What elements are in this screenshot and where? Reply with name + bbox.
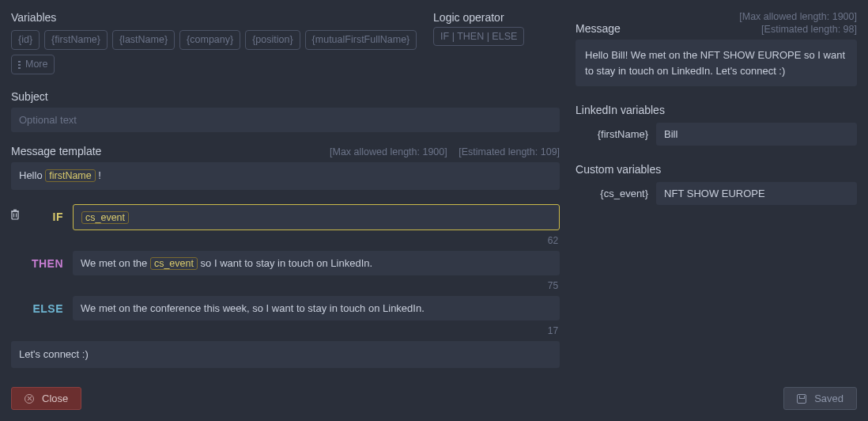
else-char-count: 17 — [11, 324, 560, 341]
saved-button-label: Saved — [814, 393, 843, 404]
linkedin-var-value[interactable]: Bill — [656, 123, 857, 146]
template-closing-line[interactable]: Let's connect :) — [11, 341, 560, 368]
more-dots-icon — [18, 60, 21, 70]
linkedin-var-row: {firstName} Bill — [576, 123, 857, 146]
custom-vars-label: Custom variables — [576, 163, 857, 176]
logic-operator-chip[interactable]: IF | THEN | ELSE — [433, 27, 524, 46]
var-chip-lastname[interactable]: {lastName} — [112, 30, 175, 50]
if-condition-input[interactable]: cs_event — [73, 204, 560, 230]
else-content-input[interactable]: We met on the conference this week, so I… — [73, 296, 560, 320]
preview-est-length: [Estimated length: 98] — [761, 24, 857, 35]
svg-rect-0 — [12, 211, 18, 219]
template-greeting-line[interactable]: Hello firstName ! — [11, 162, 560, 190]
linkedin-vars-label: LinkedIn variables — [576, 104, 857, 116]
var-chip-id[interactable]: {id} — [11, 30, 40, 50]
then-label: THEN — [11, 251, 63, 275]
more-label: More — [25, 59, 47, 70]
close-icon — [25, 394, 34, 404]
subject-label: Subject — [11, 90, 48, 103]
var-chip-position[interactable]: {position} — [245, 30, 300, 50]
preview-message-box: Hello Bill! We met on the NFT SHOW EUROP… — [576, 40, 857, 86]
then-var-token[interactable]: cs_event — [150, 257, 198, 270]
closing-text: Let's connect :) — [19, 348, 89, 360]
template-est-length: [Estimated length: 109] — [459, 146, 560, 157]
then-suffix: so I want to stay in touch on LinkedIn. — [198, 257, 372, 269]
then-char-count: 75 — [11, 279, 560, 296]
delete-logic-block-button[interactable] — [9, 209, 21, 221]
template-label: Message template — [11, 145, 101, 157]
var-chip-more[interactable]: More — [11, 55, 55, 74]
variables-chip-row: {id} {firstName} {lastName} {company} {p… — [11, 30, 417, 74]
saved-button[interactable]: Saved — [783, 387, 857, 410]
variables-label: Variables — [11, 11, 417, 24]
then-content-input[interactable]: We met on the cs_event so I want to stay… — [73, 251, 560, 275]
var-chip-company[interactable]: {company} — [179, 30, 240, 50]
preview-max-length: [Max allowed length: 1900] — [576, 11, 857, 22]
preview-message-label: Message — [576, 22, 621, 35]
if-char-count: 62 — [11, 233, 560, 251]
if-var-token[interactable]: cs_event — [81, 211, 129, 224]
then-prefix: We met on the — [81, 257, 150, 269]
linkedin-var-key: {firstName} — [576, 128, 648, 140]
var-chip-firstname[interactable]: {firstName} — [44, 30, 108, 50]
subject-input[interactable] — [11, 108, 560, 132]
else-label: ELSE — [11, 296, 63, 320]
logic-operator-label: Logic operator — [433, 11, 560, 24]
trash-icon — [9, 209, 21, 221]
custom-var-key: {cs_event} — [576, 188, 648, 199]
greeting-var-token[interactable]: firstName — [45, 169, 95, 182]
greeting-suffix: ! — [96, 169, 101, 181]
var-chip-mutual[interactable]: {mutualFirstFullName} — [305, 30, 417, 50]
custom-var-value[interactable]: NFT SHOW EUROPE — [656, 182, 857, 205]
save-icon — [797, 394, 806, 404]
else-text: We met on the conference this week, so I… — [81, 302, 425, 314]
greeting-prefix: Hello — [19, 169, 45, 181]
close-button-label: Close — [42, 393, 68, 404]
template-max-length: [Max allowed length: 1900] — [330, 146, 447, 157]
close-button[interactable]: Close — [11, 387, 81, 410]
custom-var-row: {cs_event} NFT SHOW EUROPE — [576, 182, 857, 205]
